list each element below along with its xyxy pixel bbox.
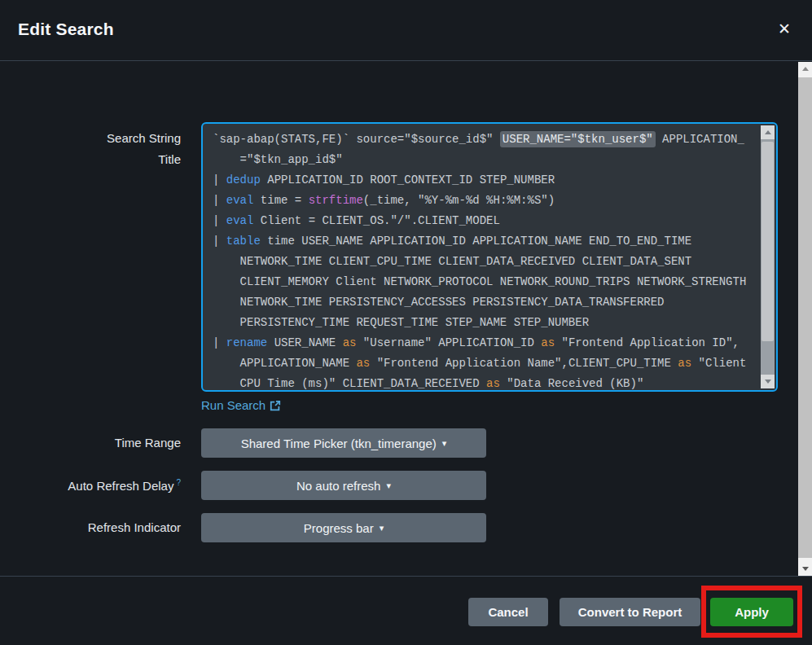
close-icon[interactable]: ✕ <box>778 21 791 37</box>
auto-refresh-delay-value: No auto refresh <box>296 479 380 493</box>
editor-scroll-down-icon[interactable] <box>761 375 775 388</box>
title-label: Title <box>0 152 181 166</box>
chevron-down-icon: ▾ <box>380 523 384 533</box>
auto-refresh-delay-label: Auto Refresh Delay? <box>0 478 181 493</box>
editor-scrollbar-thumb[interactable] <box>762 142 774 341</box>
edit-search-dialog: Edit Search ✕ Title Statistics record Se… <box>0 0 812 645</box>
editor-scroll-up-icon[interactable] <box>761 125 775 139</box>
apply-button[interactable]: Apply <box>710 598 793 626</box>
refresh-indicator-dropdown[interactable]: Progress bar ▾ <box>201 513 486 542</box>
chevron-down-icon: ▾ <box>386 480 391 491</box>
dialog-scroll-down-icon[interactable] <box>798 562 812 576</box>
convert-to-report-button[interactable]: Convert to Report <box>560 598 700 626</box>
code-content: `sap-abap(STATS,FE)` source="$source_id$… <box>213 129 757 390</box>
run-search-label: Run Search <box>201 398 266 412</box>
help-icon[interactable]: ? <box>176 478 181 487</box>
run-search-link[interactable]: Run Search <box>201 398 281 412</box>
auto-refresh-delay-dropdown[interactable]: No auto refresh ▾ <box>201 471 486 500</box>
external-link-icon <box>270 400 281 411</box>
dialog-footer: Cancel Convert to Report Apply <box>0 576 812 645</box>
time-range-value: Shared Time Picker (tkn_timerange) <box>241 437 437 450</box>
dialog-header: Edit Search ✕ <box>0 0 812 61</box>
time-range-dropdown[interactable]: Shared Time Picker (tkn_timerange) ▾ <box>201 428 486 458</box>
editor-scrollbar[interactable] <box>761 125 775 388</box>
dialog-scrollbar-thumb[interactable] <box>798 77 812 558</box>
apply-annotation-highlight: Apply <box>701 586 802 638</box>
dialog-scrollbar[interactable] <box>798 62 812 576</box>
cancel-button[interactable]: Cancel <box>468 598 548 626</box>
search-string-label: Search String <box>0 131 181 145</box>
dialog-scroll-up-icon[interactable] <box>798 62 812 76</box>
refresh-indicator-label: Refresh Indicator <box>0 520 181 534</box>
dialog-title: Edit Search <box>18 20 114 39</box>
chevron-down-icon: ▾ <box>442 438 447 449</box>
refresh-indicator-value: Progress bar <box>304 521 374 535</box>
search-string-editor[interactable]: `sap-abap(STATS,FE)` source="$source_id$… <box>201 122 778 392</box>
dialog-body: Title Statistics record Search String `s… <box>0 62 798 575</box>
time-range-label: Time Range <box>0 436 181 450</box>
